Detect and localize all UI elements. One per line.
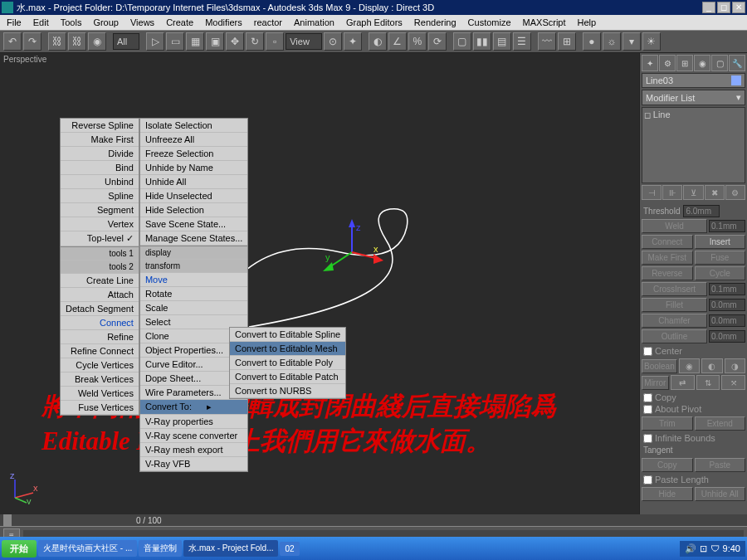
weld-spinner[interactable]: 0.1mm bbox=[709, 220, 745, 232]
convert-editable-poly[interactable]: Convert to Editable Poly bbox=[230, 356, 345, 370]
quad-move[interactable]: Move bbox=[140, 273, 247, 287]
modifier-list-dropdown[interactable]: Modifier List▾ bbox=[642, 90, 745, 105]
schematic-button[interactable]: ⊞ bbox=[558, 32, 576, 51]
quad-vray-vfb[interactable]: V-Ray VFB bbox=[140, 457, 247, 471]
mirror-h-icon[interactable]: ⇄ bbox=[671, 375, 695, 390]
tray-clock[interactable]: 9:40 bbox=[723, 543, 740, 553]
cycle-button[interactable]: Cycle bbox=[695, 266, 746, 280]
taskbar-item-4[interactable]: 02 bbox=[280, 542, 299, 556]
curve-editor-button[interactable]: 〰 bbox=[538, 32, 556, 51]
show-end-icon[interactable]: ⊪ bbox=[662, 185, 682, 200]
rotate-button[interactable]: ↻ bbox=[246, 32, 264, 51]
angle-snap-button[interactable]: ∠ bbox=[388, 32, 407, 51]
refcoord-dropdown[interactable]: View bbox=[286, 33, 322, 50]
quad-connect[interactable]: Connect bbox=[61, 316, 139, 330]
modify-tab[interactable]: ⚙ bbox=[659, 55, 676, 71]
menu-maxscript[interactable]: MAXScript bbox=[518, 16, 571, 29]
named-selection-button[interactable]: ▢ bbox=[453, 32, 471, 51]
close-button[interactable]: ✕ bbox=[732, 2, 745, 13]
layers-button[interactable]: ☰ bbox=[513, 32, 531, 51]
render-scene-button[interactable]: ☼ bbox=[603, 32, 621, 51]
infbounds-checkbox[interactable]: Infinite Bounds bbox=[642, 432, 745, 444]
percent-snap-button[interactable]: % bbox=[408, 32, 427, 51]
quad-freeze-selection[interactable]: Freeze Selection bbox=[140, 147, 247, 161]
quad-isolate[interactable]: Isolate Selection bbox=[140, 119, 247, 133]
trim-button[interactable]: Trim bbox=[642, 416, 693, 431]
window-crossing-button[interactable]: ▣ bbox=[206, 32, 224, 51]
outline-spinner[interactable]: 0.0mm bbox=[709, 330, 745, 343]
convert-editable-spline[interactable]: Convert to Editable Spline bbox=[230, 328, 345, 342]
crossinsert-spinner[interactable]: 0.1mm bbox=[709, 283, 745, 295]
quad-weld-vertices[interactable]: Weld Vertices bbox=[61, 387, 139, 401]
mirror-v-icon[interactable]: ⇅ bbox=[696, 375, 720, 390]
quad-attach[interactable]: Attach bbox=[61, 288, 139, 302]
select-name-button[interactable]: ▭ bbox=[166, 32, 184, 51]
utilities-tab[interactable]: 🔧 bbox=[729, 55, 745, 71]
motion-tab[interactable]: ◉ bbox=[694, 55, 710, 71]
quad-cycle-vertices[interactable]: Cycle Vertices bbox=[61, 358, 139, 373]
reverse-button[interactable]: Reverse bbox=[642, 266, 693, 280]
copy-checkbox[interactable]: Copy bbox=[642, 392, 745, 403]
quad-hide-unselected[interactable]: Hide Unselected bbox=[140, 189, 247, 203]
quad-toplevel[interactable]: Top-level ✓ bbox=[61, 231, 139, 246]
remove-mod-icon[interactable]: ✖ bbox=[705, 185, 725, 200]
weld-button[interactable]: Weld bbox=[642, 219, 707, 233]
convert-nurbs[interactable]: Convert to NURBS bbox=[230, 384, 345, 398]
quad-vertex[interactable]: Vertex bbox=[61, 217, 139, 231]
configure-icon[interactable]: ⚙ bbox=[725, 185, 745, 200]
select-region-button[interactable]: ▦ bbox=[186, 32, 204, 51]
unlink-button[interactable]: ⛓ bbox=[68, 32, 86, 51]
convert-editable-patch[interactable]: Convert to Editable Patch bbox=[230, 370, 345, 384]
quad-vray-scene-conv[interactable]: V-Ray scene converter bbox=[140, 429, 247, 443]
minimize-button[interactable]: _ bbox=[702, 2, 715, 13]
menu-modifiers[interactable]: Modifiers bbox=[200, 16, 247, 29]
spinner-snap-button[interactable]: ⟳ bbox=[428, 32, 447, 51]
tray-icon[interactable]: 🔊 bbox=[685, 543, 696, 554]
center-pivot-button[interactable]: ⊙ bbox=[324, 32, 342, 51]
move-button[interactable]: ✥ bbox=[226, 32, 244, 51]
quad-vray-mesh-export[interactable]: V-Ray mesh export bbox=[140, 443, 247, 457]
paste-tangent-button[interactable]: Paste bbox=[695, 458, 746, 472]
mirror-button-panel[interactable]: Mirror bbox=[642, 376, 669, 390]
quad-fuse-vertices[interactable]: Fuse Vertices bbox=[61, 401, 139, 415]
outline-button[interactable]: Outline bbox=[642, 329, 707, 343]
system-tray[interactable]: 🔊 ⊡ 🛡 9:40 bbox=[680, 541, 745, 557]
modifier-stack[interactable]: ◻ Line bbox=[642, 107, 745, 183]
object-color-swatch[interactable] bbox=[731, 75, 741, 85]
taskbar-item-1[interactable]: 火星时代动画大社区 - ... bbox=[38, 540, 137, 557]
menu-views[interactable]: Views bbox=[125, 16, 159, 29]
insert-button[interactable]: Insert bbox=[695, 235, 746, 249]
quad-manage-states[interactable]: Manage Scene States... bbox=[140, 231, 247, 246]
menu-file[interactable]: File bbox=[2, 16, 27, 29]
taskbar-item-3[interactable]: 水.max - Project Fold... bbox=[183, 540, 278, 557]
menu-create[interactable]: Create bbox=[161, 16, 198, 29]
boolean-button[interactable]: Boolean bbox=[642, 359, 677, 373]
quad-create-line[interactable]: Create Line bbox=[61, 274, 139, 288]
viewport-perspective[interactable]: Perspective z y x z x y 將中間兩條曲綫編輯成封閉曲綫后直… bbox=[0, 53, 639, 514]
align-button[interactable]: ▤ bbox=[493, 32, 511, 51]
makefirst-button[interactable]: Make First bbox=[642, 251, 693, 265]
quad-hide-selection[interactable]: Hide Selection bbox=[140, 203, 247, 217]
quad-unbind[interactable]: Unbind bbox=[61, 175, 139, 189]
bind-button[interactable]: ◉ bbox=[88, 32, 106, 51]
restore-button[interactable]: ◻ bbox=[717, 2, 730, 13]
bool-union-icon[interactable]: ◉ bbox=[679, 358, 700, 373]
quad-save-state[interactable]: Save Scene State... bbox=[140, 217, 247, 231]
unhideall-button[interactable]: Unhide All bbox=[695, 487, 746, 501]
quad-convert-to[interactable]: Convert To: ▸ bbox=[140, 400, 247, 415]
manipulate-button[interactable]: ✦ bbox=[344, 32, 362, 51]
copy-tangent-button[interactable]: Copy bbox=[642, 458, 693, 472]
quad-divide[interactable]: Divide bbox=[61, 147, 139, 161]
menu-reactor[interactable]: reactor bbox=[249, 16, 287, 29]
quad-break-vertices[interactable]: Break Vertices bbox=[61, 373, 139, 387]
quad-segment[interactable]: Segment bbox=[61, 203, 139, 217]
taskbar-item-2[interactable]: 音量控制 bbox=[139, 540, 182, 557]
redo-button[interactable]: ↷ bbox=[23, 32, 42, 51]
pastelen-checkbox[interactable]: Paste Length bbox=[642, 474, 745, 485]
menu-group[interactable]: Group bbox=[88, 16, 124, 29]
quick-render-button[interactable]: ☀ bbox=[642, 32, 661, 51]
pin-stack-icon[interactable]: ⊣ bbox=[642, 185, 662, 200]
snap-button[interactable]: ◐ bbox=[369, 32, 387, 51]
undo-button[interactable]: ↶ bbox=[3, 32, 22, 51]
bool-int-icon[interactable]: ◑ bbox=[725, 358, 745, 373]
